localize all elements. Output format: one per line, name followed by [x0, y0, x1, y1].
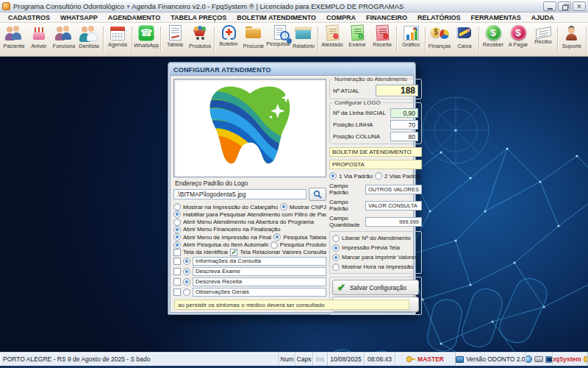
toolbar-button-label: Caixa	[457, 43, 471, 49]
campo3-field[interactable]: 999.999	[365, 217, 422, 227]
status-time: 08:06:43	[365, 353, 395, 366]
radio-mostrar-celular[interactable]	[173, 203, 181, 210]
menu-item[interactable]: WHATSAPP	[55, 13, 103, 22]
toolbar-button[interactable]: Procurar	[241, 24, 266, 55]
consult-field[interactable]: Descreva Receita	[193, 277, 326, 286]
logo-config-group: Configurar LOGO Nº da Linha INICIAL 0,90…	[329, 102, 422, 144]
toolbar-button[interactable]: Recibo	[531, 24, 556, 55]
toolbar-button[interactable]: Produtos	[187, 24, 212, 55]
campo1-label: Campo Padrão	[329, 183, 363, 196]
line-initial-field[interactable]: 0,90	[390, 108, 418, 118]
pos-line-field[interactable]: 70	[390, 120, 418, 130]
toolbar-button[interactable]: Boletim	[216, 24, 241, 55]
checkbox-tela-relacionar-valores[interactable]	[230, 249, 237, 256]
toolbar-button[interactable]: Aniver	[26, 24, 51, 55]
status-user: MASTER	[395, 353, 456, 366]
atual-value-field[interactable]: 188	[376, 85, 418, 96]
toolbar-button[interactable]: WhatsApp	[134, 24, 159, 55]
proposta-banner: PROPOSTA	[329, 160, 422, 169]
menu-item[interactable]: TABELA PREÇOS	[165, 13, 232, 22]
via1-label: 1 Via Padrão	[339, 173, 373, 180]
print-option-radio[interactable]	[332, 244, 340, 252]
pos-col-field[interactable]: 80	[390, 132, 418, 141]
toolbar-button-label: Tabela	[167, 41, 183, 48]
consult-radio[interactable]	[183, 258, 190, 265]
checkbox-tela-identificacao[interactable]	[173, 249, 181, 256]
toolbar-button[interactable]: Gráfico	[398, 24, 423, 55]
consult-checkbox[interactable]	[173, 268, 181, 275]
printer-icon[interactable]	[534, 356, 543, 362]
radio-pesquisa-produto[interactable]	[270, 241, 278, 249]
menu-item[interactable]: AGENDAMENTO	[103, 13, 165, 22]
radio-mostrar-cnpj[interactable]	[280, 203, 287, 210]
consult-checkbox[interactable]	[173, 278, 181, 286]
logo-config-group-title: Configurar LOGO	[333, 99, 382, 106]
menu-item[interactable]: CADASTROS	[3, 13, 55, 22]
status-location: PORTO ALEGRE - RS 9 de Agosto de 2025 - …	[0, 353, 279, 366]
radio-pesquisa-tabela[interactable]	[273, 233, 281, 241]
consult-checkbox[interactable]	[173, 258, 181, 265]
consult-field[interactable]: Observações Gerais	[193, 288, 326, 297]
status-num: Num	[279, 353, 295, 366]
status-date: 10/08/2025	[328, 353, 365, 366]
status-brand-text: FpqSystem	[553, 355, 581, 363]
campo1-field[interactable]: OUTROS VALORES	[365, 185, 422, 194]
line-initial-label: Nº da Linha INICIAL	[333, 110, 386, 116]
consult-radio[interactable]	[183, 268, 190, 275]
radio-abrir-menu-atendimento[interactable]	[173, 219, 181, 226]
close-button[interactable]	[573, 1, 586, 11]
save-config-button[interactable]: Salvar Configuração	[332, 280, 419, 295]
toolbar-button[interactable]: A Pagar	[506, 24, 531, 55]
radio-abrir-menu-financeiro[interactable]	[173, 226, 181, 233]
dialog-title[interactable]: CONFIGURAR ATENDIMENTO	[170, 64, 414, 75]
toolbar-button[interactable]: Receita	[370, 24, 395, 55]
toolbar-button[interactable]: Paciente	[1, 24, 26, 55]
print-option-radio[interactable]	[332, 254, 340, 261]
toolbar-button[interactable]: Atestado	[320, 24, 345, 55]
toolbar-button[interactable]: Pesquisar	[266, 24, 291, 55]
minimize-button[interactable]	[543, 1, 556, 11]
menu-item[interactable]: BOLETIM ATENDIMENTO	[232, 13, 321, 22]
menu-item[interactable]: FINANCEIRO	[361, 13, 412, 22]
toolbar-button[interactable]: Caixa	[452, 24, 477, 55]
globe-icon[interactable]	[526, 355, 532, 363]
print-option-label: Impressão Prévia Tela	[342, 244, 419, 251]
browse-logo-button[interactable]	[309, 188, 326, 201]
radio-2-vias[interactable]	[375, 172, 382, 180]
print-option-radio[interactable]	[332, 263, 340, 271]
toolbar-button[interactable]: Agenda	[105, 24, 130, 55]
toolbar-button-label: Finanças	[429, 43, 451, 49]
menu-item[interactable]: RELATÓRIOS	[412, 13, 465, 22]
toolbar-button[interactable]: Receber	[481, 24, 506, 55]
consult-field[interactable]: Informações da Consulta	[193, 257, 326, 266]
print-option-label: Marcar para Imprimir Valores	[342, 254, 419, 261]
toolbar-button[interactable]: Suporte	[559, 24, 584, 55]
footer-note-field[interactable]: ao persistir os sintomas o médico deverá…	[174, 300, 409, 310]
campo2-field[interactable]: VALOR CONSULTA	[365, 201, 422, 210]
menu-item[interactable]: FERRAMENTAS	[465, 13, 526, 22]
consult-field[interactable]: Descreva Exame	[193, 267, 326, 276]
radio-1-via[interactable]	[329, 172, 337, 180]
consult-radio[interactable]	[183, 289, 190, 296]
consult-radio[interactable]	[183, 278, 190, 286]
restore-button[interactable]	[558, 1, 571, 11]
monitor-icon[interactable]	[545, 356, 553, 363]
toolbar-button[interactable]: Tabela	[162, 24, 187, 55]
radio-abrir-pesquisa-item[interactable]	[173, 241, 181, 249]
toolbar-button[interactable]: Relatório	[291, 24, 316, 55]
toolbar-button-label: Relatório	[293, 43, 315, 49]
toolbar-button[interactable]: Finanças	[427, 24, 452, 55]
logo-address-input[interactable]	[173, 189, 306, 199]
toolbar-button[interactable]: Dentista	[76, 24, 101, 55]
toolbar-button[interactable]: Funciona	[51, 24, 76, 55]
print-option-radio[interactable]	[332, 235, 340, 242]
consult-checkbox[interactable]	[173, 289, 181, 296]
radio-habilitar-pesquisa-filtro[interactable]	[173, 210, 181, 218]
coin-red-icon	[511, 25, 526, 40]
print-option-row: Marcar para Imprimir Valores	[332, 253, 419, 261]
toolbar-button[interactable]: Exame	[345, 24, 370, 55]
menu-item[interactable]: AJUDA	[526, 13, 559, 22]
menu-item[interactable]: COMPRA	[321, 13, 361, 22]
radio-abrir-menu-impressao[interactable]	[173, 233, 181, 241]
toolbar-button-label: Funciona	[53, 43, 76, 49]
